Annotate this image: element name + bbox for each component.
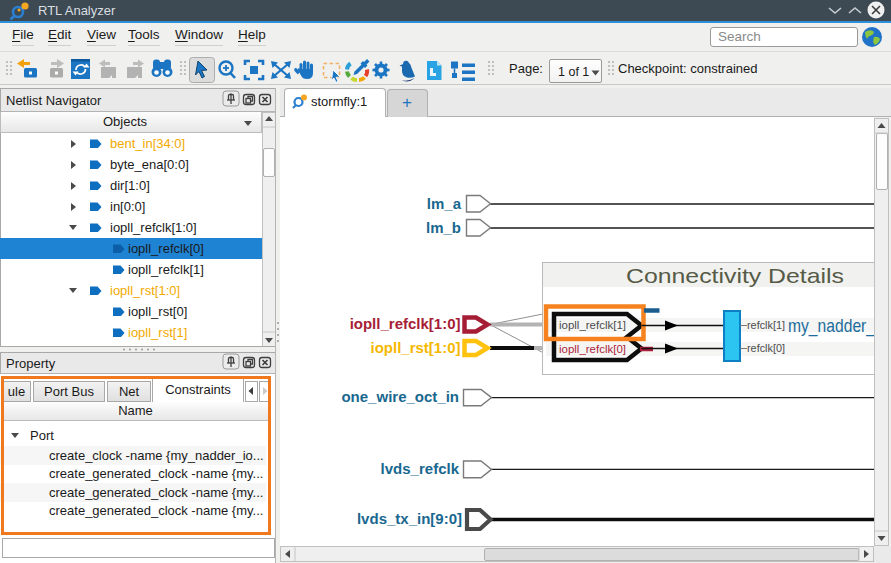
svg-text:lm_b: lm_b — [426, 219, 461, 236]
svg-text:iopll_refclk[1:0]: iopll_refclk[1:0] — [350, 315, 461, 332]
svg-text:lvds_tx_in[9:0]: lvds_tx_in[9:0] — [357, 510, 462, 527]
svg-text:lm_a: lm_a — [427, 195, 462, 212]
svg-text:lvds_refclk: lvds_refclk — [381, 460, 460, 477]
svg-text:refclk[1]: refclk[1] — [747, 319, 785, 331]
svg-text:refclk[0]: refclk[0] — [747, 342, 785, 354]
svg-text:iopll_rst[1:0]: iopll_rst[1:0] — [370, 339, 460, 356]
svg-text:one_wire_oct_in: one_wire_oct_in — [341, 388, 459, 405]
svg-text:iopll_refclk[0]: iopll_refclk[0] — [559, 343, 626, 355]
svg-text:my_nadder_: my_nadder_ — [788, 315, 874, 337]
svg-text:iopll_refclk[1]: iopll_refclk[1] — [559, 319, 626, 331]
svg-text:Connectivity Details: Connectivity Details — [626, 264, 844, 287]
